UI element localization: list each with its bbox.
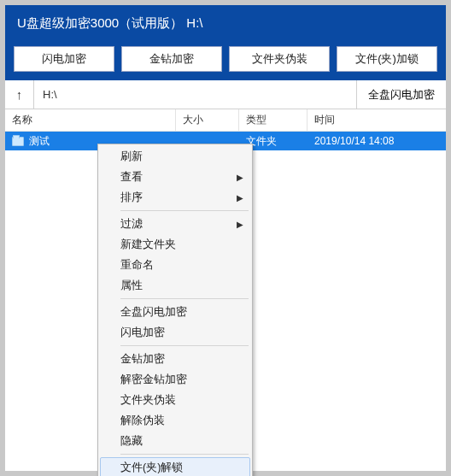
full-disk-flash-encrypt-button[interactable]: 全盘闪电加密 — [357, 80, 446, 109]
gold-encrypt-button[interactable]: 金钻加密 — [121, 46, 222, 72]
menu-separator — [120, 454, 249, 455]
menu-item-label: 重命名 — [120, 258, 154, 273]
menu-item[interactable]: 查看▶ — [100, 167, 250, 187]
window-title: U盘超级加密3000（试用版） H:\ — [17, 15, 203, 32]
menu-item-label: 解密金钻加密 — [120, 373, 187, 387]
col-name[interactable]: 名称 — [5, 109, 176, 131]
menu-item-label: 全盘闪电加密 — [120, 305, 187, 320]
menu-item-label: 新建文件夹 — [120, 238, 176, 252]
file-folder-lock-button[interactable]: 文件(夹)加锁 — [337, 46, 437, 72]
menu-separator — [120, 210, 249, 211]
menu-item[interactable]: 刷新 — [100, 146, 250, 167]
menu-item[interactable]: 属性 — [100, 275, 250, 296]
menu-item[interactable]: 隐藏 — [100, 431, 250, 451]
menu-item-label: 金钻加密 — [120, 352, 165, 367]
menu-separator — [120, 298, 249, 299]
toolbar: 闪电加密 金钻加密 文件夹伪装 文件(夹)加锁 — [5, 41, 446, 80]
row-time: 2019/10/14 14:08 — [308, 135, 446, 147]
address-bar: ↑ H:\ 全盘闪电加密 — [5, 80, 446, 109]
flash-encrypt-button[interactable]: 闪电加密 — [14, 46, 114, 72]
menu-item-label: 排序 — [120, 191, 143, 205]
path-field[interactable]: H:\ — [34, 80, 357, 109]
menu-separator — [120, 345, 249, 346]
menu-item-label: 文件夹伪装 — [120, 393, 176, 408]
menu-item[interactable]: 文件夹伪装 — [100, 390, 250, 410]
up-button[interactable]: ↑ — [5, 80, 34, 109]
menu-item[interactable]: 重命名 — [100, 255, 250, 275]
menu-item-label: 查看 — [120, 170, 143, 185]
column-headers: 名称 大小 类型 时间 — [5, 109, 446, 132]
context-menu: 刷新查看▶排序▶过滤▶新建文件夹重命名属性全盘闪电加密闪电加密金钻加密解密金钻加… — [97, 144, 253, 476]
folder-icon — [12, 137, 24, 146]
menu-item-label: 文件(夹)解锁 — [120, 461, 183, 475]
menu-item[interactable]: 解除伪装 — [100, 410, 250, 431]
menu-item[interactable]: 排序▶ — [100, 187, 250, 208]
menu-item-label: 属性 — [120, 279, 143, 293]
menu-item[interactable]: 文件(夹)解锁 — [100, 457, 250, 476]
menu-item[interactable]: 金钻加密 — [100, 349, 250, 369]
col-time[interactable]: 时间 — [308, 109, 446, 131]
menu-item-label: 隐藏 — [120, 434, 143, 449]
submenu-arrow-icon: ▶ — [237, 220, 243, 229]
menu-item-label: 刷新 — [120, 150, 143, 164]
menu-item-label: 过滤 — [120, 217, 143, 232]
col-size[interactable]: 大小 — [176, 109, 239, 131]
app-window: U盘超级加密3000（试用版） H:\ 闪电加密 金钻加密 文件夹伪装 文件(夹… — [0, 0, 451, 476]
col-type[interactable]: 类型 — [239, 109, 308, 131]
row-name: 测试 — [29, 134, 50, 149]
title-bar: U盘超级加密3000（试用版） H:\ — [5, 5, 446, 41]
submenu-arrow-icon: ▶ — [237, 193, 243, 203]
menu-item[interactable]: 闪电加密 — [100, 322, 250, 343]
menu-item[interactable]: 全盘闪电加密 — [100, 302, 250, 322]
menu-item[interactable]: 过滤▶ — [100, 214, 250, 234]
menu-item[interactable]: 新建文件夹 — [100, 234, 250, 255]
menu-item[interactable]: 解密金钻加密 — [100, 369, 250, 390]
submenu-arrow-icon: ▶ — [237, 173, 243, 182]
folder-disguise-button[interactable]: 文件夹伪装 — [229, 46, 330, 72]
menu-item-label: 闪电加密 — [120, 326, 165, 340]
menu-item-label: 解除伪装 — [120, 414, 165, 428]
